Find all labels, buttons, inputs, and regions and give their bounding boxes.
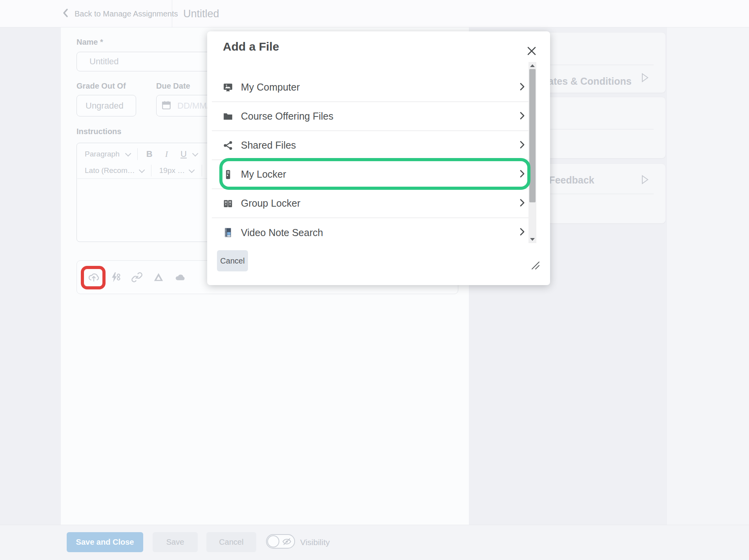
topbar-divider	[172, 0, 172, 27]
google-drive-icon[interactable]	[153, 271, 164, 283]
page-background-right	[667, 27, 749, 525]
chevron-right-icon	[519, 112, 525, 121]
scroll-down-arrow[interactable]	[530, 238, 535, 241]
toggle-knob	[267, 535, 279, 547]
name-placeholder: Untitled	[89, 56, 119, 67]
chevron-right-icon	[519, 170, 525, 179]
list-item-course-offering-files[interactable]: Course Offering Files	[212, 102, 528, 131]
grade-placeholder: Ungraded	[86, 101, 124, 111]
chevron-right-icon	[519, 83, 525, 92]
quicklink-icon[interactable]	[109, 271, 121, 283]
upload-icon[interactable]	[88, 271, 100, 283]
list-item-label: My Locker	[241, 169, 519, 180]
list-item-group-locker[interactable]: Group Locker	[212, 189, 528, 218]
locker-icon	[223, 169, 233, 180]
list-item-label: Course Offering Files	[241, 111, 519, 122]
visibility-toggle[interactable]	[266, 534, 295, 549]
bold-button[interactable]: B	[146, 149, 153, 159]
close-icon[interactable]	[525, 45, 538, 58]
computer-icon	[223, 82, 233, 93]
chevron-down-icon	[189, 167, 195, 173]
list-item-label: Group Locker	[241, 198, 519, 209]
scrollbar-thumb[interactable]	[529, 69, 536, 202]
calendar-icon	[161, 100, 171, 112]
dialog-scrollbar[interactable]	[528, 62, 536, 243]
list-item-my-computer[interactable]: My Computer	[212, 73, 528, 102]
onedrive-icon[interactable]	[174, 271, 186, 283]
list-item-video-note-search[interactable]: Video Note Search	[212, 218, 528, 243]
save-and-close-button[interactable]: Save and Close	[67, 532, 143, 552]
chevron-right-icon	[519, 141, 525, 150]
name-label: Name *	[77, 38, 103, 47]
font-family-dropdown[interactable]: Lato (Recom…	[85, 166, 135, 175]
instructions-label: Instructions	[77, 127, 121, 136]
list-item-label: My Computer	[241, 82, 519, 93]
list-item-my-locker[interactable]: My Locker	[212, 160, 528, 189]
dialog-cancel-button[interactable]: Cancel	[217, 250, 248, 271]
cancel-button[interactable]: Cancel	[206, 532, 256, 552]
grade-out-of-label: Grade Out Of	[77, 82, 126, 91]
chevron-right-icon	[519, 199, 525, 208]
italic-button[interactable]: I	[165, 149, 168, 159]
dialog-title: Add a File	[223, 40, 279, 53]
list-item-shared-files[interactable]: Shared Files	[212, 131, 528, 160]
weblink-icon[interactable]	[131, 271, 143, 283]
due-date-label: Due Date	[156, 82, 190, 91]
video-note-icon	[223, 227, 233, 238]
chevron-down-icon	[125, 150, 131, 156]
top-bar: Back to Manage Assignments Untitled	[0, 0, 749, 27]
paragraph-style-dropdown[interactable]: Paragraph	[85, 150, 120, 158]
share-icon	[223, 140, 233, 151]
list-item-label: Video Note Search	[241, 227, 519, 238]
chevron-right-icon	[519, 228, 525, 237]
group-locker-icon	[223, 198, 233, 209]
chevron-down-icon	[192, 150, 199, 156]
save-button[interactable]: Save	[153, 532, 198, 552]
font-size-dropdown[interactable]: 19px …	[159, 166, 185, 175]
underline-button[interactable]: U	[180, 149, 187, 159]
toolbar-divider	[151, 165, 151, 176]
toolbar-divider	[202, 165, 202, 176]
back-to-manage-assignments-link[interactable]: Back to Manage Assignments	[62, 0, 178, 27]
add-a-file-dialog: Add a File My Computer Course Offer	[207, 31, 550, 285]
toolbar-divider	[137, 148, 138, 160]
page-title: Untitled	[183, 0, 219, 27]
grade-out-of-input[interactable]: Ungraded	[77, 95, 136, 116]
expand-triangle-icon	[641, 175, 649, 186]
resize-handle[interactable]	[529, 259, 541, 271]
back-link-label: Back to Manage Assignments	[75, 9, 178, 18]
list-item-label: Shared Files	[241, 140, 519, 151]
file-source-list: My Computer Course Offering Files	[212, 62, 528, 243]
scroll-up-arrow[interactable]	[530, 64, 535, 67]
chevron-left-icon	[62, 8, 69, 20]
eye-slash-icon	[282, 537, 292, 548]
expand-triangle-icon	[641, 73, 649, 84]
visibility-label: Visibility	[300, 525, 330, 560]
chevron-down-icon	[139, 167, 145, 173]
folder-icon	[223, 111, 233, 122]
